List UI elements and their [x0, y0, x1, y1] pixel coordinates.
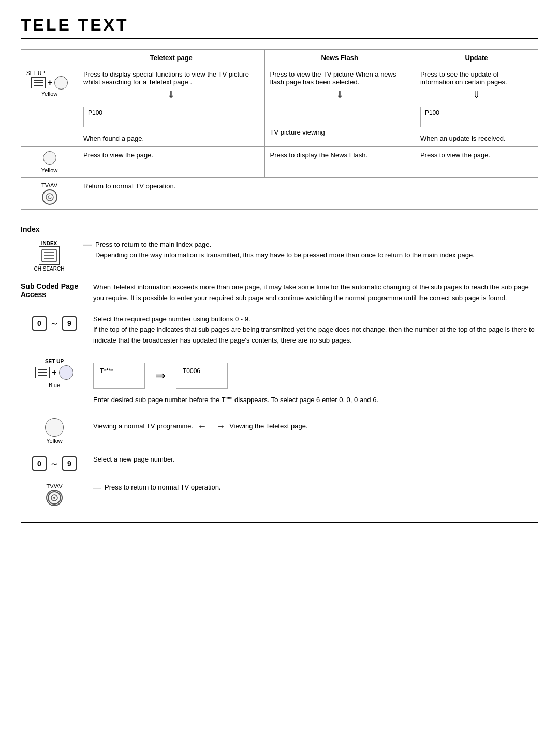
tvav-bottom-text: Press to return to normal TV operation. — [105, 482, 220, 493]
yellow-button3-icon — [45, 418, 64, 437]
index-text-col: — Press to return to the main index page… — [83, 240, 538, 260]
num-range-text2: If the top of the page indicates that su… — [93, 324, 538, 346]
page-title: TELE TEXT — [21, 16, 538, 39]
double-arrow-icon: ← → — [197, 419, 225, 434]
nine-btn2-icon: 9 — [62, 456, 77, 471]
num-range2-text: Select a new page number. — [93, 454, 538, 465]
viewing-text-col: Viewing a normal TV programme. ← → Viewi… — [93, 416, 538, 437]
tvav-bottom-text-col: — Press to return to normal TV operation… — [93, 481, 538, 495]
index-text1: Press to return to the main index page. — [95, 240, 475, 250]
num-range-row1: 0 ～ 9 Select the required page number us… — [21, 314, 538, 346]
menu-button-icon — [31, 77, 46, 88]
index-button-icon — [39, 246, 60, 265]
num-range-text1: Select the required page number using bu… — [93, 314, 538, 325]
sub-coded-header: Sub Coded Page Access — [21, 282, 78, 299]
row1-newsflash-cell: Press to view the TV picture When a news… — [264, 66, 415, 147]
row2-update-text: Press to view the page. — [420, 151, 490, 159]
subpage-box-left: T**** — [93, 363, 145, 389]
index-section-title: Index — [21, 225, 538, 233]
row2-teletext-text: Press to view the page. — [83, 151, 153, 159]
row1-update-text: Press to see the update of information o… — [420, 70, 507, 86]
index-ch-search-label: CH SEARCH — [34, 266, 65, 272]
row3-span-cell: Return to normal TV operation. — [78, 178, 538, 210]
col-newsflash-header: News Flash — [264, 50, 415, 66]
tvav-bottom-label: TV/AV — [47, 483, 63, 490]
row2-newsflash-cell: Press to display the News Flash. — [264, 147, 415, 178]
sub-coded-row: Sub Coded Page Access When Teletext info… — [21, 282, 538, 304]
row2-update-cell: Press to view the page. — [415, 147, 538, 178]
setup-blue-text-col: T**** ⇒ T0006 Enter desired sub page num… — [93, 357, 538, 406]
index-top-label: INDEX — [41, 241, 57, 246]
row1-icon-label: Yellow — [26, 91, 72, 97]
svg-point-0 — [46, 194, 53, 201]
row1-teletext-bottom: When found a page. — [83, 135, 259, 142]
zero-btn-icon: 0 — [32, 316, 47, 331]
menu-button2-icon — [35, 367, 50, 378]
row2-teletext-cell: Press to view the page. — [78, 147, 265, 178]
arrow-down-icon: ⇓ — [167, 90, 175, 100]
plus2-icon: + — [52, 368, 56, 377]
yellow-button-icon — [54, 76, 68, 90]
row3-icon-cell: TV/AV — [21, 178, 78, 210]
row1-teletext-cell: Press to display special functions to vi… — [78, 66, 265, 147]
p100-box-right: P100 — [420, 107, 451, 127]
arrow-down-icon3: ⇓ — [473, 90, 480, 100]
table-row: Yellow Press to view the page. Press to … — [21, 147, 538, 178]
row2-newsflash-text: Press to display the News Flash. — [270, 151, 368, 159]
num-range2-label: Select a new page number. — [93, 455, 175, 463]
col-update-header: Update — [415, 50, 538, 66]
tilde-icon: ～ — [50, 317, 59, 330]
viewing-row: Viewing a normal TV programme. ← → Viewi… — [93, 419, 538, 434]
arrow-right-icon: ⇒ — [155, 366, 166, 386]
tvav-label: TV/AV — [41, 182, 57, 188]
yellow-row2: Yellow Viewing a normal TV programme. ← … — [21, 416, 538, 444]
yellow-label2: Yellow — [46, 438, 62, 444]
yellow-button2-icon — [43, 151, 56, 165]
subpage-box-right: T0006 — [176, 363, 228, 389]
svg-point-1 — [48, 196, 51, 199]
yellow-icon-col2: Yellow — [21, 416, 88, 444]
blue-label: Blue — [49, 382, 60, 388]
row3-text: Return to normal TV operation. — [83, 182, 175, 190]
index-section: Index INDEX CH SEARCH — Press to return … — [21, 225, 538, 506]
nine-btn-icon: 9 — [62, 316, 77, 331]
dash2-icon: — — [93, 481, 101, 495]
index-text2: Depending on the way information is tran… — [95, 250, 475, 260]
row1-teletext-text: Press to display special functions to vi… — [83, 70, 249, 86]
row1-newsflash-bottom: TV picture viewing — [270, 128, 409, 136]
row1-update-bottom: When an update is received. — [420, 135, 533, 142]
setup-label2: SET UP — [45, 359, 64, 364]
blue-button-icon — [59, 365, 73, 380]
tilde2-icon: ～ — [50, 457, 59, 470]
num-range-icon-col2: 0 ～ 9 — [21, 454, 88, 471]
viewing-left-text: Viewing a normal TV programme. — [93, 421, 193, 432]
main-table: Teletext page News Flash Update SET UP + — [21, 49, 538, 210]
setup-label-top: SET UP — [26, 70, 45, 76]
zero-btn2-icon: 0 — [32, 456, 47, 471]
table-row: TV/AV Return to normal TV operation. — [21, 178, 538, 210]
viewing-right-text: Viewing the Teletext page. — [229, 421, 307, 432]
col-teletext-header: Teletext page — [78, 50, 265, 66]
subpage-desc: Enter desired sub page number before the… — [93, 395, 538, 406]
row2-icon-cell: Yellow — [21, 147, 78, 178]
setup-blue-icon-col: SET UP + Blue — [21, 357, 88, 388]
dash-separator: — — [83, 240, 92, 249]
arrow-down-icon2: ⇓ — [336, 90, 344, 100]
tvav-bottom-icon — [46, 490, 63, 506]
bottom-divider — [21, 522, 538, 523]
col-icon-header — [21, 50, 78, 66]
plus-icon: + — [48, 79, 52, 87]
tvav-bottom-icon-col: TV/AV — [21, 481, 88, 506]
num-range-row2: 0 ～ 9 Select a new page number. — [21, 454, 538, 471]
p100-box-left: P100 — [83, 107, 114, 127]
row1-icon-cell: SET UP + Yellow — [21, 66, 78, 147]
index-row: INDEX CH SEARCH — Press to return to the… — [21, 240, 538, 272]
num-range-icon-col1: 0 ～ 9 — [21, 314, 88, 331]
tvav-circle-icon — [42, 189, 57, 205]
setup-blue-row: SET UP + Blue T**** ⇒ T0006 Enter desire… — [21, 357, 538, 406]
row1-update-cell: Press to see the update of information o… — [415, 66, 538, 147]
subpage-row: T**** ⇒ T0006 — [93, 363, 538, 389]
tvav-bottom-row: TV/AV — Press to return to normal TV ope… — [21, 481, 538, 506]
sub-coded-text: When Teletext information exceeds more t… — [93, 282, 538, 304]
row1-newsflash-text: Press to view the TV picture When a news… — [270, 70, 396, 86]
